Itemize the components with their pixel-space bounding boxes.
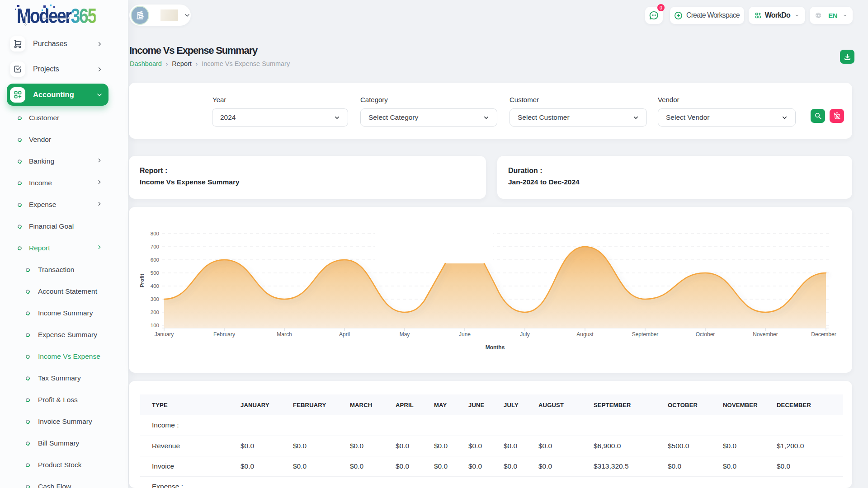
svg-text:June: June xyxy=(459,331,471,338)
svg-text:February: February xyxy=(213,331,235,338)
svg-text:August: August xyxy=(576,331,594,338)
svg-text:September: September xyxy=(632,331,659,338)
svg-text:Months: Months xyxy=(486,344,505,351)
svg-text:January: January xyxy=(155,331,174,338)
svg-text:December: December xyxy=(811,331,836,338)
svg-text:March: March xyxy=(277,331,292,338)
svg-text:400: 400 xyxy=(151,283,159,289)
svg-text:800: 800 xyxy=(151,231,159,236)
svg-text:100: 100 xyxy=(151,323,159,328)
svg-text:October: October xyxy=(696,331,715,338)
svg-text:April: April xyxy=(339,331,350,338)
svg-text:July: July xyxy=(520,331,529,338)
svg-text:600: 600 xyxy=(151,257,159,263)
svg-text:500: 500 xyxy=(151,270,159,276)
svg-text:700: 700 xyxy=(151,244,159,249)
svg-text:November: November xyxy=(753,331,778,338)
svg-text:300: 300 xyxy=(151,296,159,302)
svg-text:200: 200 xyxy=(151,310,159,315)
svg-text:Profit: Profit xyxy=(139,274,145,287)
svg-text:May: May xyxy=(400,331,410,338)
